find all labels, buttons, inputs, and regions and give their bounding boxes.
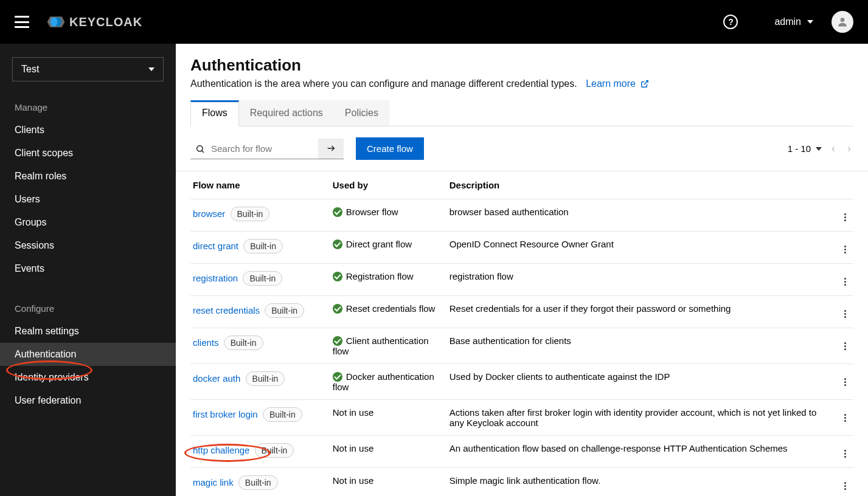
used-by-cell: Not in use [327, 468, 443, 497]
table-row: browser Built-inBrowser flowbrowser base… [190, 199, 853, 232]
column-header-flow-name: Flow name [190, 171, 327, 199]
sidebar-item-users[interactable]: Users [0, 188, 176, 211]
learn-more-link[interactable]: Learn more [586, 78, 649, 89]
used-by-cell: Registration flow [327, 264, 443, 296]
brand-logo[interactable]: KEYCLOAK [46, 15, 142, 29]
builtin-badge: Built-in [243, 239, 283, 253]
row-actions-kebab[interactable] [842, 243, 849, 256]
search-input[interactable] [190, 139, 318, 159]
check-circle-icon [333, 304, 342, 314]
row-actions-kebab[interactable] [842, 308, 849, 320]
used-by-cell: Browser flow [327, 199, 443, 232]
sidebar-item-clients[interactable]: Clients [0, 119, 176, 142]
check-circle-icon [333, 336, 342, 346]
sidebar-item-realm-roles[interactable]: Realm roles [0, 165, 176, 188]
tabs: FlowsRequired actionsPolicies [190, 100, 853, 126]
used-by-cell: Direct grant flow [327, 232, 443, 264]
tab-required-actions[interactable]: Required actions [239, 100, 334, 126]
used-by-cell: Not in use [327, 400, 443, 436]
tab-policies[interactable]: Policies [334, 100, 389, 126]
sidebar-item-identity-providers[interactable]: Identity providers [0, 366, 176, 389]
column-header-description: Description [443, 171, 829, 199]
flow-link[interactable]: docker auth [193, 373, 240, 384]
table-row: reset credentials Built-inReset credenti… [190, 296, 853, 328]
realm-name: Test [21, 64, 39, 75]
row-actions-kebab[interactable] [842, 412, 849, 424]
brand-mark-icon [46, 15, 66, 29]
row-actions-kebab[interactable] [842, 275, 849, 288]
description-cell: Actions taken after first broker login w… [443, 400, 829, 436]
sidebar-item-sessions[interactable]: Sessions [0, 234, 176, 257]
builtin-badge: Built-in [231, 207, 270, 221]
pager-prev-button[interactable]: ‹ [829, 140, 838, 157]
check-circle-icon [333, 272, 342, 281]
sidebar-item-groups[interactable]: Groups [0, 211, 176, 234]
row-actions-kebab[interactable] [842, 376, 849, 388]
avatar-icon [836, 16, 849, 28]
toolbar: Create flow 1 - 10 ‹ › [176, 126, 868, 171]
pager-range-dropdown[interactable]: 1 - 10 [788, 143, 822, 154]
flow-link[interactable]: reset credentials [193, 305, 260, 315]
brand-text: KEYCLOAK [69, 15, 142, 29]
flow-link[interactable]: clients [193, 337, 219, 348]
search-submit-button[interactable] [318, 139, 344, 159]
realm-selector[interactable]: Test [12, 57, 164, 81]
flows-table: Flow name Used by Description browser Bu… [190, 171, 853, 496]
flow-link[interactable]: direct grant [193, 241, 238, 251]
description-cell: OpenID Connect Resource Owner Grant [443, 232, 829, 264]
used-by-cell: Docker authentication flow [327, 364, 443, 400]
caret-down-icon [807, 20, 813, 24]
external-link-icon [641, 80, 649, 88]
builtin-badge: Built-in [255, 443, 294, 458]
sidebar-item-client-scopes[interactable]: Client scopes [0, 142, 176, 165]
table-row: registration Built-inRegistration flowre… [190, 264, 853, 296]
builtin-badge: Built-in [246, 371, 285, 386]
table-row: magic link Built-inNot in useSimple magi… [190, 468, 853, 497]
sidebar-item-events[interactable]: Events [0, 257, 176, 280]
flow-link[interactable]: browser [193, 208, 225, 219]
description-cell: Reset credentials for a user if they for… [443, 296, 829, 328]
sidebar-item-realm-settings[interactable]: Realm settings [0, 320, 176, 343]
flow-link[interactable]: registration [193, 273, 238, 283]
main-content: Authentication Authentication is the are… [176, 44, 868, 496]
flow-link[interactable]: magic link [193, 477, 234, 487]
user-menu[interactable]: admin [774, 16, 813, 27]
top-bar: KEYCLOAK ? admin [0, 0, 868, 44]
user-name: admin [774, 16, 801, 27]
page-title: Authentication [190, 56, 853, 75]
svg-point-5 [197, 145, 203, 151]
avatar[interactable] [832, 11, 853, 33]
description-cell: An authentication flow based on challeng… [443, 436, 829, 468]
check-circle-icon [333, 372, 342, 382]
description-cell: browser based authentication [443, 199, 829, 232]
svg-line-6 [202, 150, 204, 152]
flow-link[interactable]: first broker login [193, 409, 258, 419]
builtin-badge: Built-in [243, 271, 282, 286]
svg-point-3 [841, 18, 845, 22]
column-header-used-by: Used by [327, 171, 443, 199]
help-icon[interactable]: ? [723, 15, 738, 29]
sidebar: Test ManageClientsClient scopesRealm rol… [0, 44, 176, 496]
flow-link[interactable]: http challenge [193, 445, 249, 455]
pager-next-button[interactable]: › [845, 140, 853, 157]
create-flow-button[interactable]: Create flow [356, 137, 424, 160]
row-actions-kebab[interactable] [842, 480, 849, 492]
nav-heading: Manage [0, 96, 176, 119]
sidebar-item-authentication[interactable]: Authentication [0, 343, 176, 366]
menu-toggle-icon[interactable] [15, 16, 29, 28]
pager: 1 - 10 ‹ › [788, 140, 853, 157]
nav-heading: Configure [0, 297, 176, 320]
used-by-cell: Client authentication flow [327, 328, 443, 364]
row-actions-kebab[interactable] [842, 447, 849, 460]
description-cell: Base authentication for clients [443, 328, 829, 364]
row-actions-kebab[interactable] [842, 211, 849, 224]
caret-down-icon [148, 67, 155, 71]
row-actions-kebab[interactable] [842, 340, 849, 353]
table-row: clients Built-inClient authentication fl… [190, 328, 853, 364]
description-cell: Used by Docker clients to authenticate a… [443, 364, 829, 400]
tab-flows[interactable]: Flows [190, 100, 239, 126]
builtin-badge: Built-in [265, 303, 304, 318]
sidebar-item-user-federation[interactable]: User federation [0, 389, 176, 412]
builtin-badge: Built-in [238, 475, 278, 490]
description-cell: registration flow [443, 264, 829, 296]
